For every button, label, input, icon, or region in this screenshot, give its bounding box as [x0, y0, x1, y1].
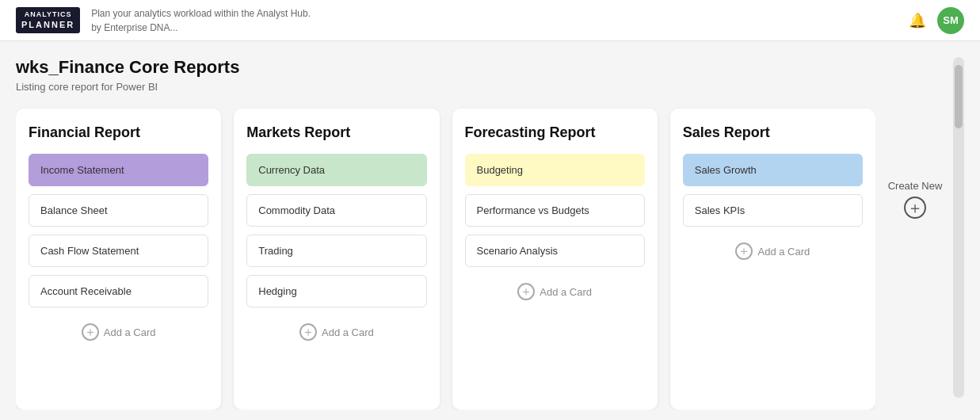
add-card-label: Add a Card	[540, 286, 592, 298]
notification-bell-icon[interactable]: 🔔	[909, 12, 926, 29]
create-new-area: Create New ＋	[875, 57, 947, 410]
logo-line1: ANALYTICS	[25, 10, 72, 20]
logo-line2: PLANNER	[21, 19, 74, 30]
add-card-button-sales[interactable]: ＋Add a Card	[683, 235, 863, 268]
content-area: wks_Finance Core Reports Listing core re…	[16, 57, 875, 410]
report-title-financial: Financial Report	[29, 124, 208, 141]
subtitle-line1: Plan your analytics workload within the …	[91, 6, 311, 21]
item-card-income-statement[interactable]: Income Statement	[29, 154, 208, 186]
report-title-markets: Markets Report	[246, 124, 426, 141]
item-card-cash-flow-statement[interactable]: Cash Flow Statement	[29, 235, 208, 267]
report-card-markets: Markets ReportCurrency DataCommodity Dat…	[234, 109, 439, 410]
item-card-balance-sheet[interactable]: Balance Sheet	[29, 194, 208, 227]
add-card-circle-icon: ＋	[517, 283, 535, 300]
add-card-button-financial[interactable]: ＋Add a Card	[29, 315, 208, 349]
scrollbar[interactable]	[953, 57, 964, 398]
scrollbar-thumb[interactable]	[955, 65, 963, 128]
add-card-circle-icon: ＋	[735, 242, 753, 260]
subtitle-line2: by Enterprise DNA...	[91, 21, 311, 35]
item-card-budgeting[interactable]: Budgeting	[465, 154, 645, 186]
report-title-sales: Sales Report	[683, 124, 863, 141]
header-subtitle: Plan your analytics workload within the …	[91, 6, 311, 35]
item-card-sales-kpis[interactable]: Sales KPIs	[683, 194, 863, 227]
app-header: ANALYTICS PLANNER Plan your analytics wo…	[0, 0, 980, 41]
add-card-label: Add a Card	[757, 246, 810, 258]
add-card-circle-icon: ＋	[82, 323, 99, 341]
item-card-account-receivable[interactable]: Account Receivable	[29, 275, 208, 307]
header-right: 🔔 SM	[909, 7, 964, 34]
logo: ANALYTICS PLANNER	[16, 7, 80, 34]
page-subtitle: Listing core report for Power BI	[16, 81, 875, 93]
add-card-button-markets[interactable]: ＋Add a Card	[246, 315, 426, 349]
item-card-performance-vs-budgets[interactable]: Performance vs Budgets	[465, 194, 645, 227]
cards-row: Financial ReportIncome StatementBalance …	[16, 109, 875, 410]
report-card-financial: Financial ReportIncome StatementBalance …	[16, 109, 221, 410]
item-card-sales-growth[interactable]: Sales Growth	[683, 154, 863, 186]
item-card-hedging[interactable]: Hedging	[246, 275, 426, 307]
page-title: wks_Finance Core Reports	[16, 57, 875, 78]
header-left: ANALYTICS PLANNER Plan your analytics wo…	[16, 6, 311, 35]
add-card-button-forecasting[interactable]: ＋Add a Card	[465, 275, 645, 308]
item-card-commodity-data[interactable]: Commodity Data	[246, 194, 426, 227]
avatar[interactable]: SM	[937, 7, 964, 34]
report-card-sales: Sales ReportSales GrowthSales KPIs＋Add a…	[670, 109, 875, 410]
report-card-forecasting: Forecasting ReportBudgetingPerformance v…	[452, 109, 658, 410]
create-new-label: Create New	[888, 180, 943, 192]
item-card-scenario-analysis[interactable]: Scenario Analysis	[465, 235, 645, 267]
main-content: wks_Finance Core Reports Listing core re…	[0, 41, 980, 410]
add-card-label: Add a Card	[322, 326, 374, 338]
item-card-trading[interactable]: Trading	[246, 235, 426, 267]
report-title-forecasting: Forecasting Report	[465, 124, 645, 141]
add-card-label: Add a Card	[104, 326, 156, 338]
create-new-button[interactable]: ＋	[904, 197, 926, 219]
add-card-circle-icon: ＋	[299, 323, 317, 341]
item-card-currency-data[interactable]: Currency Data	[246, 154, 426, 186]
